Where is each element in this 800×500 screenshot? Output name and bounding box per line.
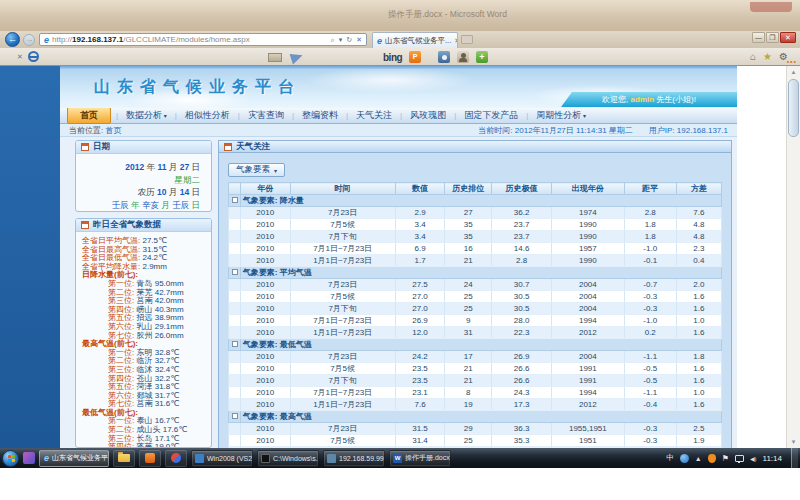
nav-item-5[interactable]: 整编资料 — [294, 109, 346, 122]
browser-navigation-bar: ← → e http://192.168.137.1/GLCCLIMATE/mo… — [0, 31, 800, 48]
background-window-title: 操作手册.docx - Microsoft Word — [388, 9, 507, 21]
stats-title: 昨日全省气象数据 — [93, 219, 161, 231]
favorites-star-icon[interactable]: ★ — [763, 51, 772, 62]
taskbar-window-button[interactable]: W操作手册.docx -... — [389, 450, 451, 467]
contacts-icon[interactable] — [457, 51, 469, 63]
word-icon: W — [393, 454, 402, 463]
camera-icon[interactable] — [438, 51, 450, 63]
scroll-up-icon[interactable]: ▲ — [787, 66, 800, 78]
back-button[interactable]: ← — [5, 32, 20, 47]
maximize-button[interactable]: ❐ — [766, 32, 779, 43]
address-bar[interactable]: e http://192.168.137.1/GLCCLIMATE/module… — [39, 33, 367, 46]
vm-icon — [195, 454, 204, 463]
taskbar-media-app-button[interactable] — [165, 450, 187, 467]
url-text: http://192.168.137.1/GLCCLIMATE/modules/… — [52, 35, 250, 44]
document-icon — [224, 143, 232, 151]
stats-body: 全省日平均气温: 27.5℃全省日最高气温: 31.5℃全省日最低气温: 24.… — [76, 232, 211, 448]
tray-app-icon[interactable] — [680, 454, 689, 463]
background-window-titlebar: 操作手册.docx - Microsoft Word — [0, 0, 800, 31]
nav-item-9[interactable]: 周期性分析 ▾ — [528, 109, 594, 122]
tray-flame-icon[interactable] — [708, 454, 716, 463]
forward-button[interactable]: → — [23, 34, 35, 46]
screenshot-margin — [0, 468, 800, 500]
home-icon[interactable]: ⌂ — [750, 51, 756, 62]
stop-icon[interactable]: ✕ — [356, 36, 362, 44]
ie-favicon: e — [44, 35, 49, 45]
search-icon[interactable]: ⌕ — [331, 36, 335, 44]
nav-item-8[interactable]: 固定下发产品 — [456, 109, 526, 122]
table-row: 20107月23日24.21726.92004-1.11.8 — [229, 351, 722, 363]
nav-item-4[interactable]: 灾害查询 — [240, 109, 292, 122]
taskbar-window-button[interactable]: C:\Windows\s... — [257, 450, 319, 467]
close-button[interactable]: ✕ — [780, 32, 796, 43]
nav-item-2[interactable]: 数据分析 ▾ — [118, 109, 175, 122]
folder-icon — [118, 454, 130, 462]
network-icon[interactable] — [735, 455, 744, 462]
close-toolbar-icon[interactable]: ✕ — [17, 53, 23, 61]
chevron-down-icon[interactable]: ▾ — [339, 36, 343, 44]
orange-addon-icon[interactable]: P — [409, 51, 421, 63]
calendar-icon — [81, 143, 89, 151]
calendar-widget: 日期 2012 年 11 月 27 日星期二农历 10 月 14 日壬辰 年 辛… — [75, 140, 212, 212]
addon-icons — [438, 51, 488, 63]
nav-item-7[interactable]: 风玫瑰图 — [402, 109, 454, 122]
mail-icon[interactable] — [268, 53, 282, 62]
taskbar-explorer-button[interactable] — [113, 450, 135, 467]
media-app-icon — [171, 453, 181, 463]
refresh-icon[interactable]: ↻ — [346, 36, 352, 44]
plugin-icon[interactable] — [476, 51, 488, 63]
vertical-scrollbar[interactable]: ▲ ▼ — [786, 66, 800, 448]
checkbox[interactable] — [232, 413, 238, 419]
screen: 操作手册.docx - Microsoft Word ← → e http://… — [0, 0, 800, 500]
taskbar-window-button[interactable]: Win2008 (VS2... — [191, 450, 253, 467]
calendar-body: 2012 年 11 月 27 日星期二农历 10 月 14 日壬辰 年 辛亥 月… — [76, 154, 211, 211]
chevron-down-icon: ▾ — [162, 113, 167, 119]
checkbox[interactable] — [232, 197, 238, 203]
table-group-row: 气象要素: 最高气温 — [229, 411, 722, 423]
browser-toolbar: ✕ bing P ⌂ ★ ⚙ ••• — [0, 48, 800, 66]
tab-favicon: e — [377, 36, 382, 46]
checkbox[interactable] — [232, 341, 238, 347]
blocked-icon[interactable] — [28, 51, 39, 62]
background-window-controls — [750, 2, 792, 12]
table-row: 20107月23日2.92736.219742.87.6 — [229, 207, 722, 219]
page-left-margin — [0, 66, 60, 448]
start-button[interactable] — [2, 450, 19, 467]
current-time: 当前时间: 2012年11月27日 11:14:31 星期二 — [478, 125, 632, 136]
nav-item-3[interactable]: 相似性分析 — [177, 109, 238, 122]
send-icon[interactable] — [290, 50, 305, 64]
hidden-icons-arrow[interactable]: ▲ — [695, 455, 702, 462]
speaker-icon[interactable]: ◀) — [750, 455, 757, 462]
element-filter-button[interactable]: 气象要素▾ — [228, 163, 285, 177]
taskbar-window-button[interactable]: 192.168.59.99... — [323, 450, 385, 467]
table-row: 20101月1日~7月23日1.7212.81990-0.10.4 — [229, 255, 722, 267]
window-controls: — ❐ ✕ — [752, 32, 796, 43]
clock[interactable]: 11:14 — [763, 454, 782, 463]
taskbar-orange-app-button[interactable] — [139, 450, 161, 467]
ime-indicator[interactable]: 中 — [666, 453, 674, 463]
bing-logo[interactable]: bing — [383, 52, 402, 63]
page-main: 山东省气候业务平台 欢迎您, admin 先生(小姐)! 首页|数据分析 ▾|相… — [60, 66, 737, 448]
ie-icon: e — [44, 453, 49, 463]
action-center-flag-icon[interactable]: ⚑ — [722, 454, 729, 463]
tab-close-icon[interactable]: ✕ — [454, 37, 458, 45]
calendar-line-2: 星期二 — [76, 174, 200, 187]
taskbar-active-window[interactable]: e 山东省气候业务平... — [39, 450, 109, 467]
system-tray: 中 ▲ ⚑ ◀) 11:14 — [666, 448, 798, 468]
quick-launch-icon[interactable] — [23, 452, 35, 464]
user-ip: 用户IP: 192.168.137.1 — [649, 125, 728, 136]
scroll-down-icon[interactable]: ▼ — [787, 436, 800, 448]
table-header-row: 年份时间数值历史排位历史极值出现年份距平方差 — [229, 183, 722, 195]
clipboard-icon — [81, 221, 89, 229]
nav-item-1[interactable]: 首页 — [67, 107, 111, 124]
checkbox[interactable] — [232, 269, 238, 275]
show-desktop-button[interactable] — [791, 448, 798, 468]
breadcrumb-location[interactable]: 首页 — [105, 126, 121, 135]
table-row: 20107月下旬23.52126.61991-0.51.6 — [229, 375, 722, 387]
scrollbar-thumb[interactable] — [788, 79, 799, 137]
browser-tab[interactable]: e 山东省气候业务平... ✕ — [372, 32, 458, 48]
more-dots-icon[interactable]: ••• — [787, 58, 797, 65]
new-tab-button[interactable] — [461, 35, 473, 44]
nav-item-6[interactable]: 天气关注 — [348, 109, 400, 122]
minimize-button[interactable]: — — [752, 32, 765, 43]
